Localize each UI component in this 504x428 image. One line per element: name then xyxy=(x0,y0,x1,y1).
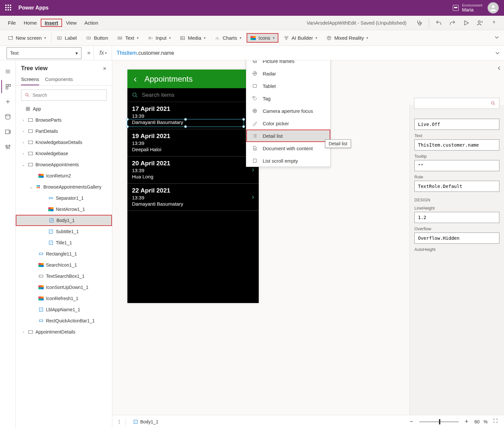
dd-picture-frames[interactable]: Picture frames xyxy=(246,60,330,67)
tree-title1[interactable]: Title1_1 xyxy=(16,237,112,248)
redo-icon[interactable] xyxy=(446,17,459,29)
tree-rectquick[interactable]: RectQuickActionBar1_1 xyxy=(16,315,112,326)
menu-file[interactable]: File xyxy=(4,19,20,27)
dd-detail-list[interactable]: Detail list xyxy=(246,130,330,142)
tree-rect11[interactable]: Rectangle11_1 xyxy=(16,248,112,259)
svg-rect-77 xyxy=(253,159,256,163)
dd-radar[interactable]: Radar xyxy=(246,67,330,80)
prop-lineheight-input[interactable] xyxy=(414,212,499,223)
tree-kbdetails[interactable]: ›KnowledgebaseDetails xyxy=(16,137,112,148)
tree-partdetails[interactable]: ›PartDetails xyxy=(16,126,112,137)
prop-tooltip-input[interactable] xyxy=(414,160,499,171)
tree-searchicon[interactable]: SearchIcon1_1 xyxy=(16,259,112,271)
right-panel-toggle[interactable] xyxy=(494,60,504,67)
env-name: Maria xyxy=(462,7,473,12)
phone-row-3[interactable]: 22 April 2021 13:39 Damayanti Basumatary… xyxy=(127,184,259,211)
status-more-icon[interactable] xyxy=(117,419,121,424)
undo-icon[interactable] xyxy=(432,17,445,29)
health-check-icon[interactable] xyxy=(413,17,426,29)
tree-lblappname[interactable]: LblAppName1_1 xyxy=(16,304,112,315)
icons-icon xyxy=(251,36,256,40)
tree-search-input[interactable] xyxy=(33,92,103,98)
chevron-right-icon[interactable]: › xyxy=(252,193,254,201)
breadcrumb[interactable]: Body1_1 xyxy=(133,419,158,424)
rail-tree-icon[interactable] xyxy=(1,80,14,93)
rail-advanced-icon[interactable] xyxy=(1,140,14,153)
input-button[interactable]: Input▾ xyxy=(144,33,175,43)
menu-home[interactable]: Home xyxy=(20,19,41,27)
tree-iconsort[interactable]: IconSortUpDown1_1 xyxy=(16,282,112,293)
rail-media-icon[interactable] xyxy=(1,125,14,138)
dd-document-content[interactable]: Document with content xyxy=(246,142,330,154)
tree-iconreturn[interactable]: IconReturn2 xyxy=(16,170,112,181)
icons-button[interactable]: Icons▾ xyxy=(247,33,278,43)
props-search[interactable] xyxy=(414,98,499,109)
avatar[interactable] xyxy=(488,2,499,13)
tree-body1-selected[interactable]: Body1_1⋯ xyxy=(16,215,112,226)
tab-components[interactable]: Components xyxy=(45,74,73,85)
zoom-out-icon[interactable]: − xyxy=(407,418,415,425)
tree-textsearchbox[interactable]: TextSearchBox1_1 xyxy=(16,271,112,282)
dd-tag[interactable]: Tag xyxy=(246,92,330,105)
prop-live-input[interactable] xyxy=(414,119,499,130)
menu-view[interactable]: View xyxy=(62,19,80,27)
ribbon-expand-icon[interactable] xyxy=(493,34,500,42)
dd-color-picker[interactable]: Color picker xyxy=(246,117,330,130)
phone-search[interactable]: Search items xyxy=(127,88,259,102)
tree-kb[interactable]: ›Knowledgebase xyxy=(16,148,112,159)
button-button[interactable]: Button xyxy=(82,33,112,43)
new-screen-button[interactable]: New screen▾ xyxy=(4,33,50,43)
property-name: Text xyxy=(10,51,19,56)
tree-apptdetails[interactable]: ›AppointmentDetails xyxy=(16,326,112,337)
play-icon[interactable] xyxy=(460,17,472,29)
fit-screen-icon[interactable] xyxy=(492,418,499,425)
fx-icon[interactable]: fx▾ xyxy=(94,46,112,60)
tree-separator[interactable]: Separator1_1 xyxy=(16,193,112,204)
dd-tablet[interactable]: Tablet xyxy=(246,80,330,92)
rail-insert-icon[interactable] xyxy=(1,95,14,108)
phone-row-0[interactable]: 17 April 2021 13:39 Damayanti Basumatary xyxy=(127,102,259,129)
media-button[interactable]: Media▾ xyxy=(176,33,209,43)
help-icon[interactable] xyxy=(488,17,500,29)
tree-browseappts[interactable]: ⌄BrowseAppointments xyxy=(16,159,112,170)
rail-data-icon[interactable] xyxy=(1,110,14,123)
dd-camera-aperture[interactable]: Camera aperture focus xyxy=(246,105,330,117)
phone-row-1[interactable]: 19 April 2021 13:39 Deepali Haloi › xyxy=(127,129,259,156)
tree-gallery[interactable]: ⌄BrowseAppointmentsGallery xyxy=(16,181,112,193)
menu-insert[interactable]: Insert xyxy=(41,19,62,27)
charts-label: Charts xyxy=(223,35,237,41)
tree-browseparts[interactable]: ›BrowseParts xyxy=(16,114,112,126)
zoom-slider[interactable] xyxy=(419,421,459,422)
label-button[interactable]: Label xyxy=(53,33,81,43)
ai-builder-button[interactable]: AI Builder▾ xyxy=(280,33,321,43)
app-launcher-icon[interactable] xyxy=(5,5,12,11)
prop-text-input[interactable] xyxy=(414,139,499,151)
formula-expand-icon[interactable] xyxy=(491,50,504,56)
prop-role-input[interactable] xyxy=(414,181,499,192)
prop-autoheight-label: AutoHeight xyxy=(414,247,499,252)
tree-search[interactable] xyxy=(21,90,107,101)
dd-list-scroll-empty[interactable]: List scroll empty xyxy=(246,154,330,167)
tree-app[interactable]: App xyxy=(16,103,112,114)
environment-icon xyxy=(453,5,459,11)
text-button[interactable]: Abc Text▾ xyxy=(113,33,142,43)
share-icon[interactable] xyxy=(474,17,486,29)
environment-picker[interactable]: Environment Maria xyxy=(453,3,482,12)
tab-screens[interactable]: Screens xyxy=(21,74,39,85)
zoom-in-icon[interactable]: + xyxy=(463,418,471,425)
formula-input[interactable]: ThisItem.customer.name xyxy=(112,50,491,56)
property-selector[interactable]: Text▾ xyxy=(7,47,81,59)
phone-back-icon[interactable]: ‹ xyxy=(127,74,143,84)
menu-action[interactable]: Action xyxy=(80,19,102,27)
svg-rect-28 xyxy=(6,87,8,89)
charts-button[interactable]: Charts▾ xyxy=(211,33,245,43)
tree-subtitle[interactable]: Subtitle1_1 xyxy=(16,226,112,237)
tree-nextarrow[interactable]: NextArrow1_1 xyxy=(16,204,112,215)
prop-overflow-input[interactable] xyxy=(414,233,499,244)
tree-close-icon[interactable]: ✕ xyxy=(103,66,107,71)
tree-iconrefresh[interactable]: IconRefresh1_1 xyxy=(16,293,112,304)
rail-hamburger-icon[interactable] xyxy=(1,65,14,78)
label-label: Label xyxy=(65,35,77,41)
mixed-reality-button[interactable]: Mixed Reality▾ xyxy=(322,33,372,43)
phone-row-2[interactable]: 20 April 2021 13:39 Hua Long › xyxy=(127,156,259,184)
